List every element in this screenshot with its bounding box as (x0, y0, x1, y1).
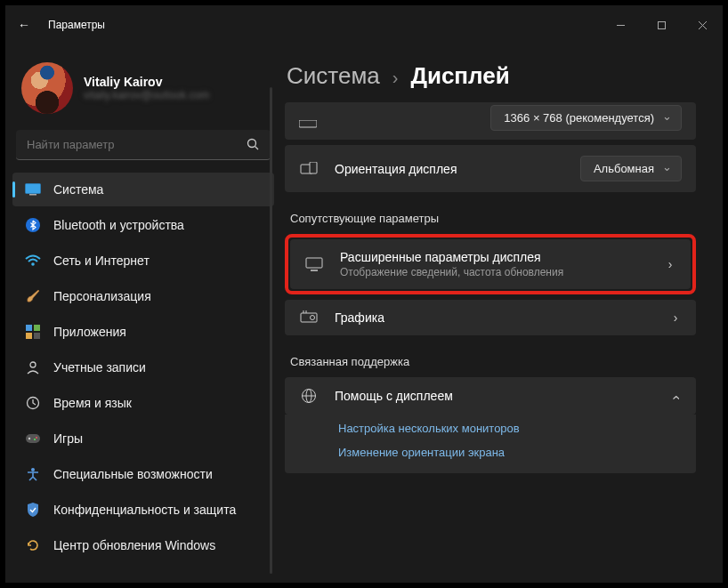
svg-rect-13 (34, 333, 40, 339)
advanced-title: Расширенные параметры дисплея (340, 250, 648, 264)
svg-point-20 (31, 468, 35, 471)
svg-point-17 (28, 438, 30, 439)
sidebar-item-personalization[interactable]: Персонализация (12, 279, 274, 313)
svg-point-18 (36, 437, 37, 439)
sidebar-item-label: Учетные записи (53, 360, 146, 375)
sidebar-item-label: Игры (53, 431, 83, 446)
svg-rect-7 (29, 194, 36, 196)
monitor-icon (304, 257, 324, 271)
highlight-box: Расширенные параметры дисплея Отображени… (285, 234, 696, 294)
resolution-card[interactable]: 1366 × 768 (рекомендуется) (285, 102, 696, 140)
help-links: Настройка нескольких мониторов Изменение… (285, 415, 696, 473)
breadcrumb-sep: › (392, 68, 399, 88)
chevron-right-icon: › (664, 257, 676, 271)
sidebar-item-label: Сеть и Интернет (53, 254, 150, 268)
chevron-right-icon: › (669, 310, 682, 325)
sidebar-item-apps[interactable]: Приложения (12, 315, 274, 349)
apps-icon (25, 324, 41, 340)
wifi-icon (25, 253, 41, 269)
svg-rect-23 (310, 162, 317, 173)
graphics-card[interactable]: Графика › (285, 300, 696, 335)
chevron-up-icon: › (667, 391, 684, 404)
clock-icon (25, 395, 41, 411)
orientation-dropdown[interactable]: Альбомная (580, 156, 682, 181)
sidebar-item-system[interactable]: Система (12, 173, 274, 206)
svg-rect-10 (26, 325, 32, 331)
update-icon (25, 537, 41, 553)
svg-point-29 (311, 316, 315, 320)
svg-rect-24 (306, 258, 322, 268)
gamepad-icon (25, 431, 41, 447)
sidebar-scrollbar[interactable] (270, 87, 272, 574)
search-box[interactable] (16, 130, 271, 160)
help-link-multimonitor[interactable]: Настройка нескольких мониторов (338, 422, 685, 435)
minimize-button[interactable] (600, 5, 641, 44)
person-icon (25, 359, 41, 375)
svg-rect-1 (658, 21, 665, 28)
svg-line-5 (255, 147, 259, 150)
main-content: Система › Дисплей 1366 × 768 (рекомендуе… (281, 44, 723, 583)
sidebar-item-time-language[interactable]: Время и язык (12, 386, 274, 420)
accessibility-icon (25, 466, 41, 482)
maximize-icon (657, 20, 667, 30)
search-input[interactable] (27, 138, 247, 151)
maximize-button[interactable] (641, 5, 682, 44)
sidebar-item-label: Конфиденциальность и защита (53, 503, 236, 517)
sidebar-item-accessibility[interactable]: Специальные возможности (12, 457, 274, 491)
avatar (21, 62, 73, 114)
brush-icon (25, 288, 41, 304)
sidebar-item-label: Система (53, 182, 103, 197)
resolution-icon (299, 120, 317, 129)
user-profile[interactable]: Vitaliy Kairov vitaliy.kairov@outlook.co… (12, 53, 274, 130)
sidebar-item-gaming[interactable]: Игры (12, 422, 274, 455)
graphics-icon (299, 310, 319, 325)
help-title: Помощь с дисплеем (335, 389, 653, 403)
sidebar-item-network[interactable]: Сеть и Интернет (12, 244, 274, 278)
svg-rect-12 (26, 333, 32, 339)
svg-rect-11 (34, 325, 40, 331)
user-email: vitaliy.kairov@outlook.com (84, 89, 209, 101)
section-support: Связанная поддержка (290, 355, 696, 368)
sidebar-item-label: Bluetooth и устройства (53, 218, 184, 232)
bluetooth-icon (25, 217, 41, 233)
resolution-dropdown[interactable]: 1366 × 768 (рекомендуется) (490, 105, 682, 131)
system-icon (25, 181, 41, 197)
sidebar-item-label: Персонализация (53, 289, 151, 303)
orientation-card[interactable]: Ориентация дисплея Альбомная (285, 145, 696, 192)
graphics-title: Графика (335, 310, 653, 325)
help-display-card[interactable]: Помощь с дисплеем › (285, 377, 696, 415)
orientation-icon (299, 162, 319, 176)
sidebar-item-accounts[interactable]: Учетные записи (12, 350, 274, 384)
advanced-subtitle: Отображение сведений, частота обновления (340, 266, 648, 278)
svg-rect-6 (26, 184, 41, 194)
breadcrumb-parent[interactable]: Система (287, 62, 380, 90)
sidebar: Vitaliy Kairov vitaliy.kairov@outlook.co… (5, 44, 281, 583)
help-link-orientation[interactable]: Изменение ориентации экрана (338, 446, 685, 459)
minimize-icon (616, 20, 626, 30)
close-button[interactable] (682, 5, 723, 44)
user-name: Vitaliy Kairov (84, 75, 209, 89)
close-icon (698, 20, 708, 30)
globe-icon (299, 388, 319, 404)
sidebar-item-windows-update[interactable]: Центр обновления Windows (12, 528, 274, 562)
sidebar-item-label: Центр обновления Windows (53, 538, 215, 552)
section-related: Сопутствующие параметры (290, 212, 696, 225)
svg-point-9 (31, 262, 35, 266)
nav-list: Система Bluetooth и устройства Сеть и Ин… (12, 173, 274, 562)
shield-icon (25, 502, 41, 518)
svg-rect-21 (299, 120, 317, 127)
titlebar: ← Параметры (5, 5, 723, 44)
sidebar-item-label: Специальные возможности (53, 467, 213, 481)
svg-point-4 (248, 140, 256, 148)
sidebar-item-label: Время и язык (53, 396, 132, 410)
window-title: Параметры (48, 19, 105, 31)
svg-point-14 (30, 362, 36, 367)
sidebar-item-bluetooth[interactable]: Bluetooth и устройства (12, 208, 274, 242)
breadcrumb: Система › Дисплей (287, 62, 696, 90)
svg-point-19 (34, 439, 36, 440)
orientation-label: Ориентация дисплея (335, 162, 564, 176)
search-icon (247, 138, 260, 151)
back-button[interactable]: ← (18, 18, 36, 32)
advanced-display-card[interactable]: Расширенные параметры дисплея Отображени… (290, 239, 691, 289)
sidebar-item-privacy[interactable]: Конфиденциальность и защита (12, 493, 274, 527)
